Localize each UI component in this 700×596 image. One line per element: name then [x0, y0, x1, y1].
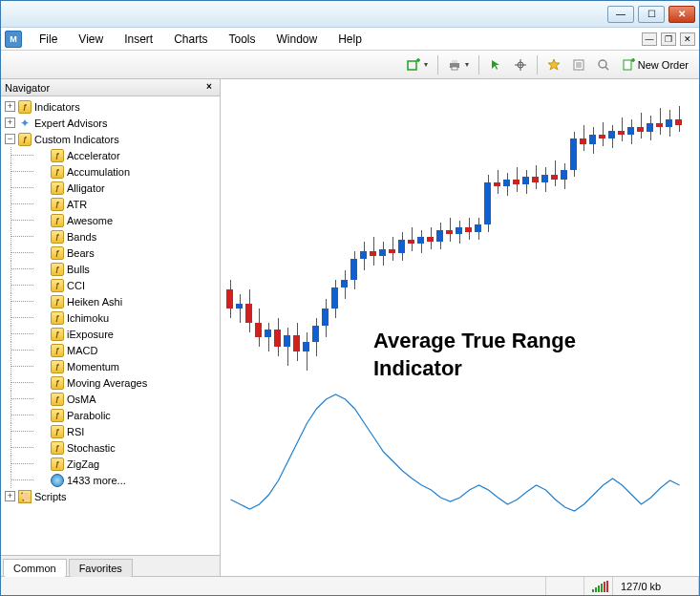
tree-item-zigzag[interactable]: ƒZigZag [1, 456, 220, 472]
print-button[interactable]: ▾ [443, 54, 474, 75]
tree-expander [37, 312, 48, 323]
svg-rect-3 [452, 67, 457, 70]
svg-rect-99 [656, 123, 663, 127]
tree-item-bulls[interactable]: ƒBulls [1, 261, 220, 277]
fx-icon: ƒ [51, 214, 64, 227]
list-button[interactable] [567, 54, 590, 75]
tree-item-label: Bands [67, 231, 96, 243]
fx-icon: ƒ [51, 425, 64, 438]
tree-expander [37, 264, 48, 274]
menu-help[interactable]: Help [329, 31, 371, 48]
tree-item-ichimoku[interactable]: ƒIchimoku [1, 309, 220, 326]
tree-item-cci[interactable]: ƒCCI [1, 277, 220, 293]
tree-item-label: RSI [67, 426, 84, 437]
svg-rect-93 [627, 127, 634, 135]
menu-file[interactable]: File [30, 31, 67, 48]
add-chart-button[interactable]: ▾ [402, 54, 433, 75]
tree-item-custom-indicators[interactable]: −ƒCustom Indicators [1, 131, 220, 147]
svg-rect-91 [618, 131, 625, 135]
tree-expander[interactable]: − [5, 134, 15, 144]
svg-rect-77 [551, 175, 558, 180]
tree-item-macd[interactable]: ƒMACD [1, 342, 220, 358]
tree-expander[interactable]: + [5, 101, 15, 112]
svg-rect-47 [408, 240, 414, 244]
tab-common[interactable]: Common [3, 559, 67, 577]
tree-expander[interactable]: + [5, 491, 15, 501]
minimize-button[interactable]: — [607, 6, 634, 23]
svg-rect-0 [408, 61, 416, 70]
fx-icon: ƒ [51, 263, 64, 276]
tree-expander [37, 296, 48, 307]
tree-item-rsi[interactable]: ƒRSI [1, 423, 220, 439]
svg-rect-2 [452, 60, 457, 63]
favorites-button[interactable] [542, 54, 565, 75]
mdi-close-button[interactable]: ✕ [680, 32, 695, 46]
tree-item-expert-advisors[interactable]: +✦Expert Advisors [1, 115, 220, 131]
script-icon: 📜 [18, 490, 32, 503]
menu-insert[interactable]: Insert [115, 31, 162, 48]
tree-expander [37, 199, 48, 209]
tree-item-scripts[interactable]: +📜Scripts [1, 488, 220, 504]
tree-item-bands[interactable]: ƒBands [1, 228, 220, 245]
svg-rect-71 [522, 177, 529, 184]
tree-item-label: Moving Averages [67, 377, 147, 389]
svg-rect-37 [360, 251, 367, 259]
new-order-label: New Order [638, 59, 689, 71]
tree-item-stochastic[interactable]: ƒStochastic [1, 439, 220, 456]
tree-item-more[interactable]: 1433 more... [1, 472, 220, 488]
fx-icon: ƒ [51, 409, 64, 422]
tree-item-indicators[interactable]: +ƒIndicators [1, 98, 220, 115]
cursor-button[interactable] [484, 54, 507, 75]
tree-item-moving-averages[interactable]: ƒMoving Averages [1, 374, 220, 391]
new-order-icon [622, 58, 635, 72]
svg-rect-55 [446, 230, 453, 234]
svg-point-6 [599, 60, 606, 68]
tree-expander [37, 475, 48, 485]
chart-area[interactable]: Average True Range Indicator [221, 79, 699, 576]
mdi-minimize-button[interactable]: — [642, 32, 657, 46]
menu-tools[interactable]: Tools [220, 31, 265, 48]
tree-item-bears[interactable]: ƒBears [1, 245, 220, 261]
tree-item-label: OsMA [67, 394, 96, 405]
tree-item-momentum[interactable]: ƒMomentum [1, 358, 220, 374]
fx-icon: ƒ [51, 328, 64, 341]
tree-item-label: Expert Advisors [34, 117, 107, 129]
svg-rect-53 [436, 230, 443, 242]
close-button[interactable]: ✕ [668, 6, 695, 23]
menu-view[interactable]: View [69, 31, 113, 48]
search-button[interactable] [592, 54, 615, 75]
tree-item-label: Scripts [34, 491, 67, 502]
tree-item-iexposure[interactable]: ƒiExposure [1, 326, 220, 342]
tree-item-awesome[interactable]: ƒAwesome [1, 212, 220, 228]
tree-expander [37, 215, 48, 225]
printer-icon [448, 58, 461, 72]
window-titlebar: — ☐ ✕ [1, 1, 699, 28]
tree-item-accelerator[interactable]: ƒAccelerator [1, 147, 220, 163]
mdi-restore-button[interactable]: ❐ [661, 32, 676, 46]
tree-item-osma[interactable]: ƒOsMA [1, 391, 220, 407]
tree-expander [37, 150, 48, 160]
svg-rect-35 [350, 259, 357, 280]
menu-window[interactable]: Window [267, 31, 328, 48]
svg-rect-27 [312, 326, 319, 342]
connection-indicator [584, 577, 613, 595]
menubar: M File View Insert Charts Tools Window H… [1, 28, 699, 51]
svg-rect-61 [475, 224, 481, 232]
tree-expander[interactable]: + [5, 117, 15, 128]
new-order-button[interactable]: New Order [617, 54, 693, 75]
tree-item-accumulation[interactable]: ƒAccumulation [1, 163, 220, 180]
crosshair-icon [514, 58, 527, 72]
svg-rect-39 [370, 251, 376, 256]
navigator-tree[interactable]: +ƒIndicators+✦Expert Advisors−ƒCustom In… [1, 96, 220, 555]
tab-favorites[interactable]: Favorites [69, 559, 133, 577]
navigator-close-button[interactable]: × [202, 81, 216, 95]
tree-item-label: iExposure [67, 329, 114, 340]
tree-item-alligator[interactable]: ƒAlligator [1, 180, 220, 196]
tree-item-atr[interactable]: ƒATR [1, 196, 220, 212]
tree-item-parabolic[interactable]: ƒParabolic [1, 407, 220, 423]
menu-charts[interactable]: Charts [164, 31, 217, 48]
chevron-down-icon: ▾ [465, 60, 469, 69]
crosshair-button[interactable] [509, 54, 532, 75]
maximize-button[interactable]: ☐ [638, 6, 665, 23]
tree-item-heiken-ashi[interactable]: ƒHeiken Ashi [1, 293, 220, 309]
